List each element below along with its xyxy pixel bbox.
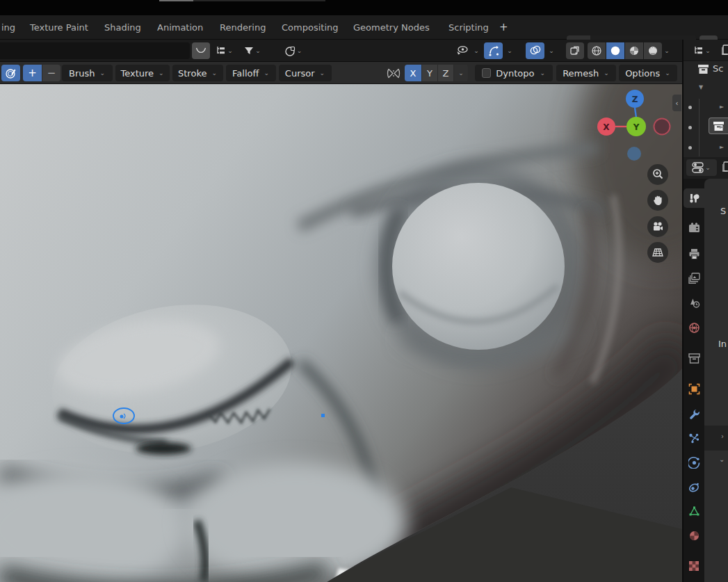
options-label: Options xyxy=(625,68,660,79)
proportional-falloff-icon xyxy=(284,45,296,57)
stroke-dropdown[interactable]: Stroke ⌄ xyxy=(172,65,223,81)
brush-subtract-button[interactable]: − xyxy=(42,65,60,81)
props-tab-view-layer[interactable] xyxy=(683,268,704,288)
props-tab-scene[interactable] xyxy=(683,293,704,312)
editor-divider[interactable] xyxy=(682,40,683,582)
gizmo-axis-neg-z[interactable] xyxy=(627,147,641,161)
expand-triangle-icon[interactable]: ▼ xyxy=(699,84,703,90)
props-tab-output[interactable] xyxy=(683,244,704,264)
xray-toggle[interactable] xyxy=(566,42,584,59)
camera-view-button[interactable] xyxy=(647,216,668,237)
collection-props-icon xyxy=(688,353,700,364)
options-dropdown[interactable]: Options ⌄ xyxy=(619,65,677,81)
tab-animation[interactable]: Animation xyxy=(157,15,203,40)
panel-gap xyxy=(704,426,728,451)
image-stack-icon xyxy=(688,273,700,284)
outliner-object-row[interactable]: ► xyxy=(683,99,728,117)
outliner-row-scene-collection[interactable]: Sc xyxy=(683,61,728,78)
gizmo-axis-neg-x[interactable] xyxy=(654,119,670,135)
props-tab-constraints[interactable] xyxy=(683,477,704,496)
properties-filter-icon-partial[interactable] xyxy=(722,161,728,173)
panel-expand-arrow[interactable]: › xyxy=(721,433,724,440)
chevron-down-icon[interactable]: ⌄ xyxy=(504,42,515,59)
mirror-z-toggle[interactable]: Z xyxy=(438,65,453,81)
tab-rendering[interactable]: Rendering xyxy=(220,15,266,40)
window-top-strip xyxy=(0,0,728,15)
show-gizmo-toggle[interactable] xyxy=(484,42,503,59)
props-tab-texture[interactable] xyxy=(683,556,704,576)
tab-scripting[interactable]: Scripting xyxy=(448,15,489,40)
outliner-row-collection[interactable]: ▼ xyxy=(683,78,728,97)
editor-type-selector[interactable]: ⌄ xyxy=(686,159,717,176)
props-tab-object[interactable] xyxy=(683,379,704,398)
chevron-down-icon: ⌄ xyxy=(704,48,711,54)
workspace-tabbar: ing Texture Paint Shading Animation Rend… xyxy=(0,15,728,40)
props-tab-physics[interactable] xyxy=(683,453,704,472)
props-tab-render[interactable] xyxy=(683,218,704,238)
outliner-tree-icon xyxy=(693,45,704,56)
shading-wireframe-button[interactable] xyxy=(588,42,606,59)
collection-box-icon xyxy=(697,64,709,74)
outliner-object-row[interactable]: ► xyxy=(683,119,728,137)
display-mode-button[interactable]: ⌄ xyxy=(211,42,238,59)
tab-shading[interactable]: Shading xyxy=(104,15,141,40)
curve-icon xyxy=(195,46,207,56)
filter-button[interactable]: ⌄ xyxy=(239,42,266,59)
tab-texture-paint[interactable]: Texture Paint xyxy=(30,15,88,40)
collapsed-triangle-icon[interactable]: ► xyxy=(720,104,724,110)
collapsed-triangle-icon[interactable]: ► xyxy=(720,124,724,130)
props-tab-object-data[interactable] xyxy=(683,501,704,521)
navigation-gizmo[interactable]: Z X Y xyxy=(593,86,677,164)
brush-dropdown[interactable]: Brush ⌄ xyxy=(62,65,113,81)
pan-button[interactable] xyxy=(647,190,668,211)
wireframe-sphere-icon xyxy=(591,45,602,56)
shading-solid-button[interactable] xyxy=(606,42,624,59)
3d-viewport[interactable] xyxy=(0,84,682,582)
props-tab-particles[interactable] xyxy=(683,428,704,448)
mirror-more-dropdown[interactable]: ⌄ xyxy=(454,65,468,81)
texture-dropdown[interactable]: Texture ⌄ xyxy=(115,65,170,81)
add-workspace-button[interactable]: + xyxy=(499,15,508,40)
falloff-sphere-button[interactable]: ⌄ xyxy=(280,42,307,59)
props-tab-collection[interactable] xyxy=(683,348,704,368)
props-tab-tool[interactable] xyxy=(683,188,704,208)
chevron-down-icon[interactable]: ⌄ xyxy=(471,42,481,59)
dyntopo-dropdown[interactable]: Dyntopo ⌄ xyxy=(475,65,553,81)
chevron-down-icon: ⌄ xyxy=(158,70,165,76)
dyntopo-checkbox[interactable] xyxy=(482,68,491,78)
curve-widget-button[interactable] xyxy=(192,42,210,59)
outliner-filter-icon-partial[interactable] xyxy=(722,44,728,56)
constraints-icon xyxy=(688,481,700,493)
mirror-y-toggle[interactable]: Y xyxy=(422,65,437,81)
falloff-dropdown[interactable]: Falloff ⌄ xyxy=(226,65,276,81)
brush-add-button[interactable]: + xyxy=(23,65,42,81)
particles-icon xyxy=(688,433,700,444)
shading-material-button[interactable] xyxy=(625,42,643,59)
tab-compositing[interactable]: Compositing xyxy=(282,15,339,40)
active-tool-button[interactable] xyxy=(1,65,20,81)
props-tab-material[interactable] xyxy=(683,526,704,545)
show-overlays-toggle[interactable] xyxy=(526,42,544,59)
cursor-dropdown[interactable]: Cursor ⌄ xyxy=(279,65,332,81)
shading-rendered-button[interactable] xyxy=(644,42,662,59)
dyntopo-label: Dyntopo xyxy=(496,68,534,79)
chevron-down-icon[interactable]: ⌄ xyxy=(662,42,672,59)
tab-sculpting-partial[interactable]: ing xyxy=(1,15,15,40)
outliner-object-row[interactable]: ► xyxy=(683,139,728,157)
collapsed-triangle-icon[interactable]: ► xyxy=(720,144,724,150)
remesh-dropdown[interactable]: Remesh ⌄ xyxy=(556,65,616,81)
visibility-dropdown[interactable] xyxy=(452,42,471,59)
header-search-field[interactable] xyxy=(0,42,190,59)
panel-collapse-arrow[interactable]: ⌄ xyxy=(719,455,725,463)
props-tab-world[interactable] xyxy=(683,318,704,337)
props-tab-modifiers[interactable] xyxy=(683,404,704,423)
chevron-down-icon[interactable]: ⌄ xyxy=(546,42,557,59)
tab-geometry-nodes[interactable]: Geometry Nodes xyxy=(353,15,430,40)
mirror-x-toggle[interactable]: X xyxy=(405,65,421,81)
perspective-toggle-button[interactable] xyxy=(647,242,668,263)
scene-props-icon xyxy=(688,297,700,309)
sidebar-collapse-arrow[interactable]: ‹ xyxy=(672,95,681,111)
outliner-display-mode[interactable]: ⌄ xyxy=(688,42,716,59)
zoom-button[interactable] xyxy=(647,164,668,185)
object-dot-icon xyxy=(688,146,692,149)
